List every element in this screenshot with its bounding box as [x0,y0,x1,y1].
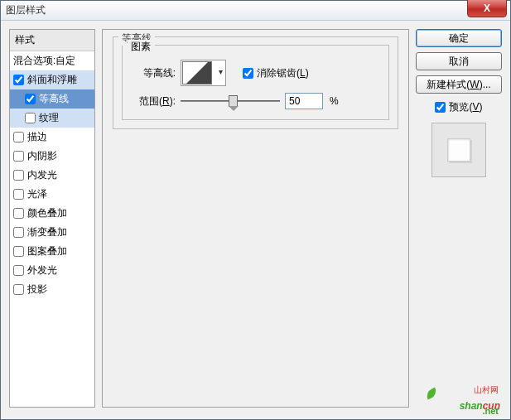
sidebar-item-label: 混合选项:自定 [13,54,75,68]
sidebar-item-label: 内发光 [27,168,57,182]
elements-group: 图素 等高线: 消除锯齿(L) [122,45,389,120]
sidebar-checkbox[interactable] [13,246,24,257]
dialog-body: 样式 混合选项:自定 斜面和浮雕等高线纹理描边内阴影内发光光泽颜色叠加渐变叠加图… [1,21,510,419]
sidebar-checkbox[interactable] [13,265,24,276]
sidebar-item-label: 投影 [27,282,47,297]
contour-label: 等高线: [131,66,176,80]
sidebar-item-5[interactable]: 内发光 [10,166,94,185]
sidebar-item-8[interactable]: 渐变叠加 [10,223,94,242]
sidebar-checkbox[interactable] [25,94,36,104]
cancel-button[interactable]: 取消 [416,52,502,70]
sidebar-checkbox[interactable] [13,151,24,162]
sidebar-item-label: 图案叠加 [27,244,67,258]
sidebar-checkbox[interactable] [13,208,24,219]
contour-picker[interactable] [181,60,226,86]
close-icon: X [484,2,490,14]
sidebar-item-6[interactable]: 光泽 [10,185,94,204]
sidebar-checkbox[interactable] [13,75,24,85]
sidebar-item-11[interactable]: 投影 [10,280,94,299]
sidebar-item-10[interactable]: 外发光 [10,261,94,280]
sidebar-item-blend-options[interactable]: 混合选项:自定 [10,51,94,70]
sidebar-item-0[interactable]: 斜面和浮雕 [10,70,94,89]
ok-button[interactable]: 确定 [416,29,502,47]
sidebar-item-label: 描边 [27,130,47,144]
sidebar-checkbox[interactable] [13,189,24,200]
antialias-label: 消除锯齿(L) [257,66,309,80]
preview-swatch [431,123,486,177]
contour-thumb-icon [182,61,212,84]
range-label: 范围(R): [131,94,176,109]
styles-sidebar: 样式 混合选项:自定 斜面和浮雕等高线纹理描边内阴影内发光光泽颜色叠加渐变叠加图… [9,29,95,408]
sidebar-checkbox[interactable] [25,113,36,123]
sidebar-item-2[interactable]: 纹理 [10,109,94,128]
sidebar-item-label: 纹理 [39,111,59,125]
titlebar[interactable]: 图层样式 X [1,1,510,21]
close-button[interactable]: X [467,0,507,17]
sidebar-item-label: 渐变叠加 [27,225,67,239]
sidebar-item-4[interactable]: 内阴影 [10,147,94,166]
preview-input[interactable] [435,102,446,113]
range-input[interactable] [285,93,323,109]
elements-legend: 图素 [128,40,154,54]
range-unit: % [330,95,339,107]
contour-group: 等高线 图素 等高线: 消除锯齿(L) [113,36,398,129]
range-slider[interactable] [181,94,280,108]
sidebar-item-label: 内阴影 [27,149,57,163]
sidebar-item-label: 斜面和浮雕 [27,73,77,87]
preview-checkbox[interactable]: 预览(V) [416,100,502,114]
sidebar-item-label: 颜色叠加 [27,206,67,220]
sidebar-item-label: 等高线 [39,92,69,106]
preview-label: 预览(V) [449,100,482,114]
right-column: 确定 取消 新建样式(W)... 预览(V) [416,29,502,408]
slider-thumb[interactable] [229,95,238,107]
sidebar-item-label: 外发光 [27,263,57,278]
sidebar-checkbox[interactable] [13,227,24,238]
preview-inner [447,138,470,162]
window-title: 图层样式 [6,3,46,17]
antialias-checkbox[interactable]: 消除锯齿(L) [243,66,309,80]
sidebar-checkbox[interactable] [13,132,24,142]
antialias-input[interactable] [243,68,253,79]
contour-row: 等高线: 消除锯齿(L) [131,60,380,86]
sidebar-item-7[interactable]: 颜色叠加 [10,204,94,223]
sidebar-item-3[interactable]: 描边 [10,128,94,147]
sidebar-item-label: 光泽 [27,187,47,201]
sidebar-item-1[interactable]: 等高线 [10,89,94,109]
main-panel: 等高线 图素 等高线: 消除锯齿(L) [102,29,409,408]
layer-style-dialog: 图层样式 X 样式 混合选项:自定 斜面和浮雕等高线纹理描边内阴影内发光光泽颜色… [0,0,511,420]
sidebar-item-9[interactable]: 图案叠加 [10,242,94,261]
sidebar-header[interactable]: 样式 [10,30,94,51]
new-style-button[interactable]: 新建样式(W)... [416,75,502,94]
range-row: 范围(R): % [131,93,380,109]
watermark-sub: 山村网 [474,384,499,396]
sidebar-checkbox[interactable] [13,170,24,181]
sidebar-checkbox[interactable] [13,284,24,295]
